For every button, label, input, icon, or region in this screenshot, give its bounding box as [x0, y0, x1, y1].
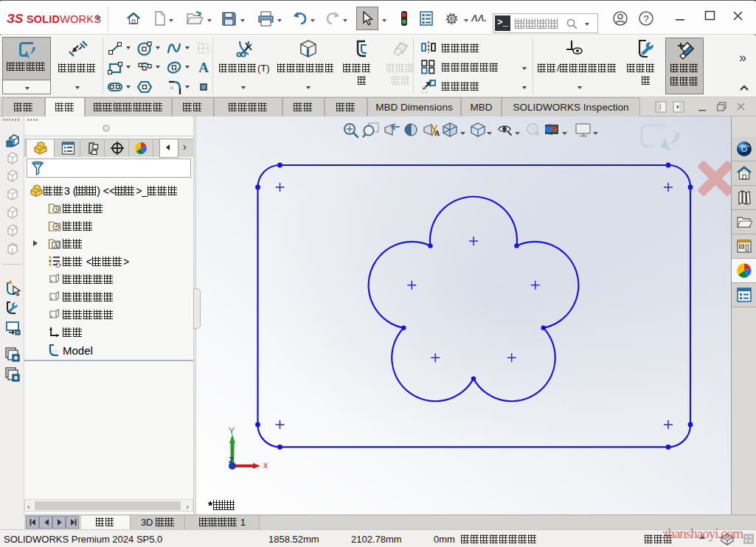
svg-text:A: A [434, 129, 440, 137]
svg-text:A: A [198, 60, 209, 74]
svg-text:x: x [263, 460, 268, 470]
svg-text:A: A [53, 242, 58, 249]
svg-text:Y: Y [229, 426, 235, 436]
svg-text:?: ? [643, 13, 648, 24]
svg-text:*: * [208, 500, 213, 512]
